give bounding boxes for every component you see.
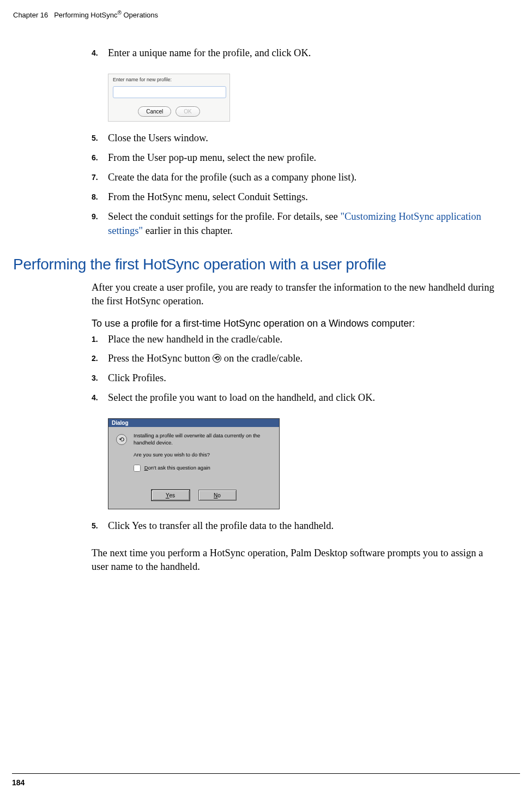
mnemonic: D [144, 465, 148, 471]
step-text: Click Yes to transfer all the profile da… [108, 519, 497, 533]
no-button[interactable]: No [198, 490, 237, 501]
step-item: 9. Select the conduit settings for the p… [92, 210, 497, 238]
step-number: 1. [92, 333, 108, 347]
step-prefix: Press the HotSync button [108, 353, 213, 364]
profile-name-dialog: Enter name for new profile: Cancel OK [108, 74, 230, 122]
dialog-titlebar: Dialog [108, 419, 279, 427]
step-text: Close the Users window. [108, 131, 497, 146]
step-item: 1. Place the new handheld in the cradle/… [92, 333, 497, 347]
step-prefix: Select the conduit settings for the prof… [108, 211, 340, 222]
dialog-warning-text: Installing a profile will overwrite all … [134, 432, 273, 447]
procedure-heading: To use a profile for a first-time HotSyn… [92, 318, 497, 329]
confirmation-dialog: Dialog ⟲ Installing a profile will overw… [108, 418, 280, 509]
step-item: 7. Create the data for the profile (such… [92, 171, 497, 185]
profile-name-input[interactable] [113, 86, 226, 98]
warning-icon: ⟲ [116, 434, 127, 445]
section-intro-paragraph: After you create a user profile, you are… [92, 281, 497, 308]
yes-label-rest: es [170, 492, 176, 498]
mnemonic: N [214, 492, 217, 498]
chapter-label: Chapter 16 [13, 11, 48, 19]
closing-paragraph: The next time you perform a HotSync oper… [92, 546, 497, 574]
step-text: Select the profile you want to load on t… [108, 391, 497, 405]
page-content: 4. Enter a unique name for the profile, … [0, 19, 532, 574]
ok-button[interactable]: OK [176, 106, 200, 117]
step-text: Create the data for the profile (such as… [108, 171, 497, 185]
step-list-c: 1. Place the new handheld in the cradle/… [92, 333, 497, 406]
step-text: Press the HotSync button on the cradle/c… [108, 352, 497, 366]
step-text: Click Profiles. [108, 371, 497, 386]
registered-mark: ® [118, 10, 122, 16]
dialog-button-row: Cancel OK [108, 106, 229, 117]
step-suffix: earlier in this chapter. [143, 225, 233, 236]
step-number: 9. [92, 210, 108, 238]
footer-rule [12, 773, 520, 774]
mnemonic: Y [166, 492, 170, 498]
step-item: 2. Press the HotSync button on the cradl… [92, 352, 497, 366]
step-number: 7. [92, 171, 108, 185]
page-number: 184 [12, 778, 25, 787]
step-item: 6. From the User pop-up menu, select the… [92, 151, 497, 165]
hotsync-icon [213, 354, 221, 363]
step-item: 4. Select the profile you want to load o… [92, 391, 497, 405]
step-number: 4. [92, 46, 108, 61]
no-label-rest: o [217, 492, 221, 498]
step-number: 2. [92, 352, 108, 366]
cancel-button[interactable]: Cancel [138, 106, 171, 117]
step-text: Enter a unique name for the profile, and… [108, 46, 497, 61]
step-text: Place the new handheld in the cradle/cab… [108, 333, 497, 347]
dialog-label: Enter name for new profile: [113, 77, 172, 82]
step-number: 3. [92, 371, 108, 386]
section-heading: Performing the first HotSync operation w… [13, 256, 497, 273]
step-list-a: 4. Enter a unique name for the profile, … [92, 46, 497, 61]
chapter-title-part2: Operations [122, 11, 158, 19]
step-number: 4. [92, 391, 108, 405]
step-item: 8. From the HotSync menu, select Conduit… [92, 190, 497, 204]
chapter-title-part1: Performing HotSync [54, 11, 117, 19]
step-number: 6. [92, 151, 108, 165]
step-number: 5. [92, 131, 108, 146]
step-item: 5. Click Yes to transfer all the profile… [92, 519, 497, 533]
checkbox-label-rest: on't ask this question again [148, 465, 210, 471]
step-list-b: 5. Close the Users window. 6. From the U… [92, 131, 497, 238]
page-header: Chapter 16 Performing HotSync® Operation… [0, 0, 532, 19]
step-text: Select the conduit settings for the prof… [108, 210, 497, 238]
step-item: 3. Click Profiles. [92, 371, 497, 386]
dont-ask-checkbox[interactable] [134, 465, 141, 472]
yes-button[interactable]: Yes [152, 490, 190, 501]
step-number: 8. [92, 190, 108, 204]
step-item: 4. Enter a unique name for the profile, … [92, 46, 497, 61]
step-suffix: on the cradle/cable. [221, 353, 303, 364]
step-number: 5. [92, 519, 108, 533]
dialog-button-row: Yes No [108, 490, 279, 501]
dont-ask-checkbox-row: Don't ask this question again [134, 465, 210, 472]
checkbox-label: Don't ask this question again [144, 465, 210, 471]
step-item: 5. Close the Users window. [92, 131, 497, 146]
step-text: From the User pop-up menu, select the ne… [108, 151, 497, 165]
dialog-question-text: Are you sure you wish to do this? [134, 452, 210, 458]
step-text: From the HotSync menu, select Conduit Se… [108, 190, 497, 204]
step-list-d: 5. Click Yes to transfer all the profile… [92, 519, 497, 533]
